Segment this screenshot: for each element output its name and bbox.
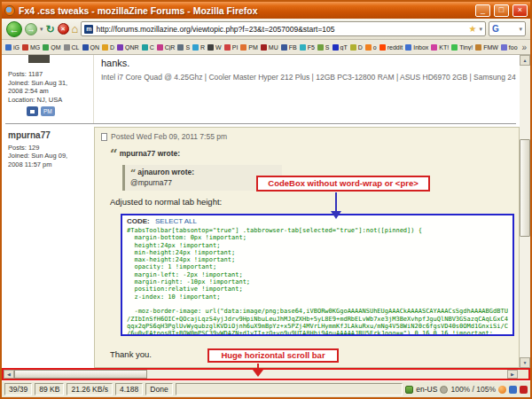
bookmarks-toolbar: iG MG QM CL QN (2, 40, 530, 55)
status-segments: 39/39 89 KB 21.26 KB/s 4.188 Done (4, 383, 173, 395)
horizontal-scrollbar-thumb[interactable] (14, 370, 147, 379)
bookmark-item[interactable]: gT (332, 44, 348, 51)
annotation-codebox: CodeBox without word-wrap or <pre> (256, 176, 430, 192)
vertical-scrollbar-thumb[interactable] (520, 139, 530, 237)
bookmark-item[interactable]: FMW (475, 44, 498, 51)
code-line: margin-bottom: 0px !important; (127, 234, 508, 241)
bookmark-item[interactable]: QN (82, 44, 100, 51)
extension-icon-2[interactable] (509, 386, 517, 394)
scroll-down-button[interactable]: ▼ (520, 357, 530, 368)
horizontal-scrollbar-track[interactable] (147, 370, 507, 379)
close-button[interactable]: × (512, 4, 528, 17)
bookmark-item[interactable]: Inbox (405, 44, 428, 51)
forward-button[interactable]: → (25, 23, 37, 35)
bookmark-item[interactable]: D (102, 44, 114, 51)
code-line: height:24px !important; (127, 242, 508, 249)
profile-icon[interactable] (27, 106, 38, 116)
bookmark-item[interactable]: S (177, 44, 190, 51)
horizontal-scrollbar[interactable]: ◀ ▶ (2, 368, 530, 380)
code-line: qqx2qPS6qH3PglUvWyqubzglKVDiOjnh6uX9mBpY… (127, 323, 508, 330)
user-posts: Posts: 129 (8, 144, 82, 153)
maximize-button[interactable]: □ (494, 4, 509, 17)
url-text[interactable]: http://forums.mozillazine.org/viewtopic.… (96, 25, 466, 34)
status-spacer (176, 383, 403, 395)
bookmark-label: MU (269, 44, 278, 51)
bookmark-item[interactable]: S (317, 44, 330, 51)
bookmark-item[interactable]: iG (5, 44, 20, 51)
pm-button[interactable]: PM (41, 106, 55, 116)
extension-icon-1[interactable] (498, 386, 506, 394)
zoom-indicator[interactable]: 100% / 105% (450, 385, 496, 394)
bookmark-item[interactable]: MU (261, 44, 278, 51)
bookmark-star-icon[interactable]: ★ (469, 24, 477, 34)
post-body-fragment: hanks. (101, 58, 129, 68)
status-segment: 21.26 KB/s (66, 383, 113, 395)
bookmark-item[interactable]: D (350, 44, 363, 51)
scroll-right-button[interactable]: ▶ (507, 370, 518, 379)
history-dropdown-icon[interactable]: ▾ (40, 26, 43, 33)
post-page-icon[interactable] (101, 133, 107, 141)
page-content: Posts: 1187 Joined: Sun Aug 31, 2008 2:5… (2, 55, 530, 380)
bookmark-favicon (431, 44, 437, 51)
bookmark-item[interactable]: PM (240, 44, 258, 51)
post-author: mpurna77 (8, 131, 82, 140)
bookmark-item[interactable]: o (365, 44, 377, 51)
bookmark-item[interactable]: R (192, 44, 205, 51)
gear-icon[interactable] (440, 386, 448, 394)
bookmarks-overflow-chevron[interactable]: » (520, 43, 527, 52)
status-segment: 4.188 (115, 383, 143, 395)
bookmark-item[interactable]: QM (43, 44, 60, 51)
titlebar[interactable]: Fx4 .css tweaks - mozillaZine Forums - M… (2, 2, 530, 19)
user-posts: Posts: 1187 (8, 70, 82, 79)
select-all-link[interactable]: SELECT ALL (155, 217, 197, 225)
bookmark-label: F5 (308, 44, 315, 51)
locale-indicator[interactable]: en-US (416, 385, 437, 394)
bookmark-label: o (373, 44, 377, 51)
bookmark-item[interactable]: MG (22, 44, 40, 51)
bookmark-favicon (224, 44, 231, 51)
home-button[interactable]: ⌂ (72, 23, 79, 35)
search-engine-dropdown-icon[interactable]: ▾ (519, 26, 522, 33)
bookmark-favicon (5, 44, 12, 51)
post-header: Posted Wed Feb 09, 2011 7:55 pm (101, 132, 227, 141)
bookmark-label: CjR (165, 44, 176, 51)
scroll-up-button[interactable]: ▲ (520, 55, 530, 66)
code-header: CODE: SELECT ALL (127, 217, 508, 225)
vertical-scrollbar[interactable]: ▲ ▼ (520, 55, 530, 368)
bookmark-favicon (261, 44, 267, 51)
bookmark-favicon (451, 44, 458, 51)
extension-icon-3[interactable] (520, 386, 528, 394)
minimize-button[interactable]: _ (475, 4, 490, 17)
bookmark-item[interactable]: CjR (157, 44, 176, 51)
bookmark-item[interactable]: W (207, 44, 222, 51)
bookmark-item[interactable]: PI (224, 44, 239, 51)
bookmark-item[interactable]: reddit (379, 44, 403, 51)
bookmark-item[interactable]: FB (281, 44, 297, 51)
nested-quote-author: ajnauron wrote: (137, 168, 194, 176)
reload-button[interactable]: ↻ (46, 24, 55, 35)
bookmark-favicon (332, 44, 339, 51)
code-line: position:relative !important; (127, 286, 508, 293)
scroll-left-button[interactable]: ◀ (4, 370, 14, 379)
search-box[interactable]: G ▾ (489, 21, 526, 36)
post-action-buttons: PM (27, 106, 55, 116)
url-dropdown-icon[interactable]: ▾ (479, 26, 482, 33)
code-line: #TabsToolbar[tabsontop="true"] .tabbrows… (127, 227, 508, 234)
code-line: -moz-border-image: url("data:image/png;b… (127, 308, 508, 315)
bookmark-item[interactable]: C (142, 44, 154, 51)
bookmark-item[interactable]: KT! (431, 44, 449, 51)
bookmark-favicon (142, 44, 148, 51)
code-line: /ZIbInSfH6OIC+QOcajLqzS4yjJdrv9HpiNbuLeu… (127, 316, 508, 323)
bookmark-item[interactable]: F5 (300, 44, 315, 51)
back-button[interactable]: ← (6, 21, 22, 37)
code-body[interactable]: #TabsToolbar[tabsontop="true"] .tabbrows… (127, 227, 508, 336)
bookmark-item[interactable]: CL (64, 44, 80, 51)
bookmark-item[interactable]: QNR (117, 44, 139, 51)
bookmark-item[interactable]: Tiny! (451, 44, 473, 51)
bookmark-label: R (200, 44, 205, 51)
url-bar[interactable]: m http://forums.mozillazine.org/viewtopi… (81, 21, 486, 36)
bookmark-favicon (207, 44, 214, 51)
stop-button[interactable]: × (58, 23, 69, 35)
bookmark-favicon (22, 44, 28, 51)
bookmark-item[interactable]: foo (501, 44, 518, 51)
